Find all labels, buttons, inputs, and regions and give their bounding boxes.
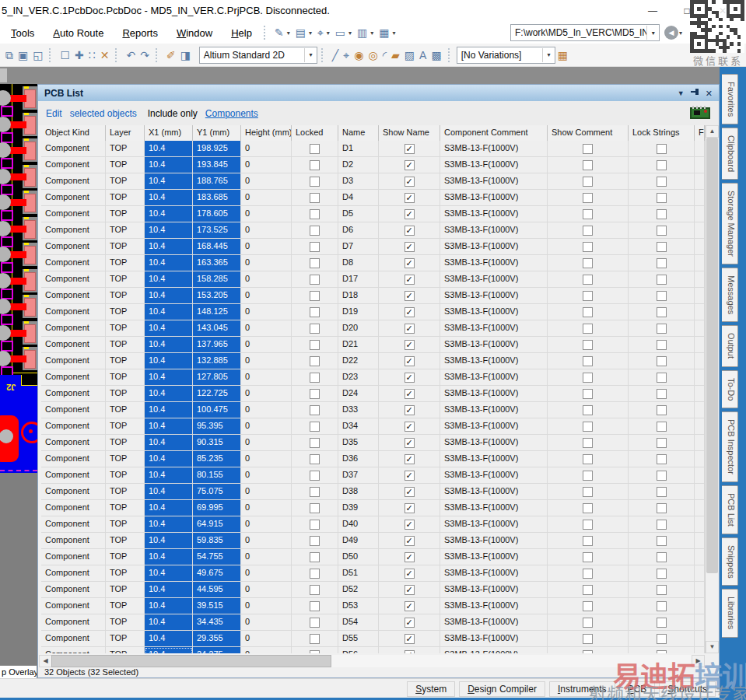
unchecked-checkbox[interactable] <box>310 601 320 611</box>
unchecked-checkbox[interactable] <box>583 356 593 366</box>
cell-name[interactable]: D20 <box>338 320 379 336</box>
cell-kind[interactable]: Component <box>41 484 106 499</box>
cell-show-name[interactable] <box>379 647 440 653</box>
unchecked-checkbox[interactable] <box>310 536 320 546</box>
cell-fli[interactable] <box>695 516 705 532</box>
sidebar-tab-pcb-list[interactable]: PCB List <box>722 485 738 534</box>
checked-checkbox[interactable] <box>405 340 415 350</box>
unchecked-checkbox[interactable] <box>657 275 667 285</box>
cell-y1[interactable]: 24.275 <box>193 647 241 653</box>
cell-y1[interactable]: 59.835 <box>193 533 241 548</box>
cell-name[interactable]: D55 <box>338 631 379 646</box>
cell-fli[interactable] <box>695 304 705 320</box>
configure-icon[interactable]: ◨ <box>178 47 193 64</box>
unchecked-checkbox[interactable] <box>583 275 593 285</box>
unchecked-checkbox[interactable] <box>310 242 320 252</box>
cell-kind[interactable]: Component <box>41 451 106 467</box>
cell-fli[interactable] <box>695 533 705 548</box>
cell-show-comment[interactable] <box>548 418 629 434</box>
checked-checkbox[interactable] <box>405 650 415 654</box>
cell-kind[interactable]: Component <box>41 647 106 653</box>
cell-fli[interactable] <box>695 467 705 483</box>
cell-show-comment[interactable] <box>548 598 629 614</box>
cell-name[interactable]: D1 <box>338 141 379 156</box>
column-header-component-comment[interactable]: Component Comment <box>440 125 548 141</box>
cell-comment[interactable]: S3MB-13-F(1000V) <box>440 206 548 222</box>
cell-show-comment[interactable] <box>548 565 629 581</box>
cell-show-name[interactable] <box>379 141 440 156</box>
unchecked-checkbox[interactable] <box>310 389 320 399</box>
cell-locked[interactable] <box>292 304 338 320</box>
column-header-layer[interactable]: Layer <box>106 125 145 141</box>
cell-show-comment[interactable] <box>548 484 629 499</box>
unchecked-checkbox[interactable] <box>657 258 667 268</box>
cell-y1[interactable]: 122.725 <box>193 386 241 401</box>
cell-layer[interactable]: TOP <box>106 467 145 483</box>
cell-comment[interactable]: S3MB-13-F(1000V) <box>440 582 548 597</box>
cell-name[interactable]: D35 <box>338 435 379 450</box>
cell-height[interactable]: 0 <box>241 206 292 222</box>
cell-show-comment[interactable] <box>548 631 629 646</box>
unchecked-checkbox[interactable] <box>310 291 320 301</box>
cell-layer[interactable]: TOP <box>106 582 145 597</box>
cell-show-name[interactable] <box>379 435 440 450</box>
cell-comment[interactable]: S3MB-13-F(1000V) <box>440 418 548 434</box>
cell-show-name[interactable] <box>379 418 440 434</box>
cell-fli[interactable] <box>695 157 705 173</box>
unchecked-checkbox[interactable] <box>583 471 593 481</box>
checked-checkbox[interactable] <box>405 569 415 579</box>
checked-checkbox[interactable] <box>405 242 415 252</box>
unchecked-checkbox[interactable] <box>657 177 667 187</box>
cell-fli[interactable] <box>695 631 705 646</box>
cell-locked[interactable] <box>292 157 338 173</box>
cell-show-comment[interactable] <box>548 451 629 467</box>
cell-fli[interactable] <box>695 255 705 271</box>
unchecked-checkbox[interactable] <box>657 291 667 301</box>
cell-name[interactable]: D51 <box>338 565 379 581</box>
cell-comment[interactable]: S3MB-13-F(1000V) <box>440 402 548 418</box>
cell-height[interactable]: 0 <box>241 255 292 271</box>
unchecked-checkbox[interactable] <box>657 242 667 252</box>
cell-locked[interactable] <box>292 255 338 271</box>
cell-lock-strings[interactable] <box>629 353 695 369</box>
cell-kind[interactable]: Component <box>41 337 106 352</box>
scroll-up-icon[interactable]: ▲ <box>706 125 719 138</box>
toolbar-grip[interactable] <box>448 48 453 62</box>
column-header-lock-strings[interactable]: Lock Strings <box>629 125 695 141</box>
cell-show-comment[interactable] <box>548 222 629 238</box>
cell-show-name[interactable] <box>379 467 440 483</box>
cell-locked[interactable] <box>292 500 338 516</box>
cell-x1[interactable]: 10.4 <box>145 647 193 653</box>
cell-x1[interactable]: 10.4 <box>145 369 193 385</box>
cell-comment[interactable]: S3MB-13-F(1000V) <box>440 255 548 271</box>
cell-comment[interactable]: S3MB-13-F(1000V) <box>440 565 548 581</box>
cell-comment[interactable]: S3MB-13-F(1000V) <box>440 304 548 320</box>
cell-name[interactable]: D18 <box>338 288 379 303</box>
cell-kind[interactable]: Component <box>41 533 106 548</box>
cell-lock-strings[interactable] <box>629 271 695 287</box>
cell-fli[interactable] <box>695 484 705 499</box>
checked-checkbox[interactable] <box>405 160 415 170</box>
cell-name[interactable]: D4 <box>338 190 379 205</box>
cell-kind[interactable]: Component <box>41 467 106 483</box>
cell-y1[interactable]: 100.475 <box>193 402 241 418</box>
unchecked-checkbox[interactable] <box>310 454 320 464</box>
sidebar-tab-libraries[interactable]: Libraries <box>722 589 738 637</box>
unchecked-checkbox[interactable] <box>310 503 320 513</box>
cell-x1[interactable]: 10.4 <box>145 386 193 401</box>
checked-checkbox[interactable] <box>405 520 415 530</box>
cell-layer[interactable]: TOP <box>106 255 145 271</box>
checked-checkbox[interactable] <box>405 536 415 546</box>
place-component-icon[interactable]: ▩ <box>429 47 443 64</box>
cell-height[interactable]: 0 <box>241 631 292 646</box>
cell-comment[interactable]: S3MB-13-F(1000V) <box>440 533 548 548</box>
unchecked-checkbox[interactable] <box>583 209 593 219</box>
cell-height[interactable]: 0 <box>241 173 292 189</box>
cell-height[interactable]: 0 <box>241 337 292 352</box>
project-path-combo[interactable]: F:\work\MD5_In_VERC\MD5_IN ▾ <box>510 24 660 41</box>
cell-show-comment[interactable] <box>548 467 629 483</box>
sidebar-tab-to-do[interactable]: To-Do <box>722 370 738 408</box>
cell-name[interactable]: D8 <box>338 255 379 271</box>
unchecked-checkbox[interactable] <box>310 160 320 170</box>
cell-comment[interactable]: S3MB-13-F(1000V) <box>440 337 548 352</box>
